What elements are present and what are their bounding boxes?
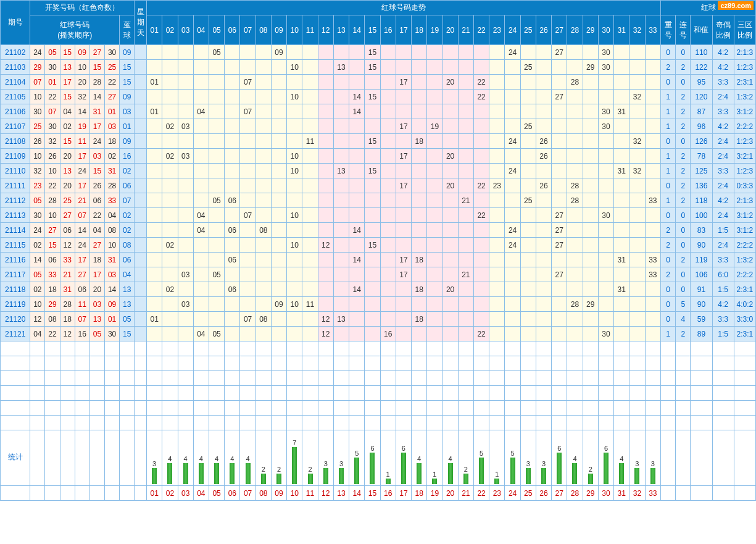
trend-cell [427,223,442,238]
trend-cell [287,104,302,119]
bar-value-label: 5 [510,450,514,457]
stat-oe: 4:2 [712,60,734,75]
red-ball-cell: 24 [75,164,89,178]
stat-oe: 3:3 [712,75,734,90]
trend-cell: 28 [567,178,583,193]
header-trend-32: 32 [629,15,645,45]
stats-empty [120,430,135,486]
empty-cell [567,401,583,416]
empty-cell [120,416,135,430]
trend-cell [505,297,520,312]
bar [650,468,655,484]
red-ball-cell: 22 [45,178,60,193]
trend-cell [489,90,505,104]
empty-cell [489,356,505,371]
stat-repeat: 0 [661,253,676,267]
trend-cell [396,208,411,223]
trend-cell [412,193,427,208]
header-trend-24: 24 [505,15,520,45]
trend-cell [333,149,349,164]
trend-cell [365,119,380,134]
stat-repeat: 1 [661,119,676,134]
bar [354,458,359,484]
red-ball-cell: 22 [89,208,104,223]
trend-cell: 31 [614,164,629,178]
red-ball-cell: 02 [60,119,75,134]
trend-cell [412,297,427,312]
trend-cell [240,60,255,75]
trend-cell [193,164,209,178]
trend-cell [427,45,442,60]
trend-cell [380,164,396,178]
stat-repeat: 1 [661,104,676,119]
empty-row [1,401,756,416]
footer-category: 28 [567,486,583,501]
trend-cell [255,104,271,119]
empty-cell [645,401,661,416]
trend-cell [412,60,427,75]
trend-cell [240,297,255,312]
trend-cell [147,60,162,75]
empty-cell [255,371,271,386]
stat-oe: 1:5 [712,327,734,341]
trend-cell: 26 [536,149,551,164]
bar-value-label: 6 [604,445,608,452]
trend-cell [178,90,193,104]
bar-value-label: 4 [246,455,250,462]
empty-cell [104,416,119,430]
trend-cell [380,149,396,164]
empty-cell [442,371,458,386]
trend-cell [629,208,645,223]
empty-cell [135,416,147,430]
red-ball-cell: 12 [60,327,75,341]
stats-empty [104,430,119,486]
trend-cell: 31 [614,282,629,297]
header-trend-20: 20 [442,15,458,45]
trend-cell [193,90,209,104]
trend-cell: 07 [240,312,255,327]
empty-cell [412,386,427,401]
trend-cell [380,253,396,267]
trend-cell: 13 [333,312,349,327]
stat-oe: 3:3 [712,253,734,267]
empty-cell [240,356,255,371]
empty-cell [30,386,45,401]
trend-cell [552,312,567,327]
stat-zone: 3:2:1 [734,149,755,164]
trend-cell: 08 [255,223,271,238]
trend-cell [302,327,318,341]
stat-consec: 2 [676,60,691,75]
header-trend-09: 09 [271,15,286,45]
empty-cell [629,416,645,430]
trend-cell [442,327,458,341]
trend-cell: 12 [318,238,333,253]
trend-cell [365,253,380,267]
trend-cell [614,223,629,238]
bar-value-label: 5 [480,450,483,457]
trend-cell [520,164,536,178]
red-ball-cell: 26 [89,178,104,193]
bar [214,463,219,484]
red-ball-cell: 04 [104,208,119,223]
bar-value-label: 2 [262,466,265,473]
empty-cell [567,356,583,371]
trend-cell [473,45,489,60]
trend-cell [225,60,240,75]
trend-cell: 04 [193,327,209,341]
trend-cell [442,267,458,282]
header-draw-section: 开奖号码（红色奇数） [30,1,135,15]
trend-cell [193,45,209,60]
stat-oe: 4:2 [712,297,734,312]
empty-cell [489,386,505,401]
trend-cell [271,238,286,253]
trend-cell [255,297,271,312]
empty-cell [691,341,712,356]
trend-cell [147,297,162,312]
empty-cell [318,341,333,356]
trend-cell [318,253,333,267]
empty-cell [661,401,676,416]
empty-cell [712,386,734,401]
stat-zone: 3:1:2 [734,104,755,119]
empty-cell [209,371,224,386]
empty-cell [30,356,45,371]
